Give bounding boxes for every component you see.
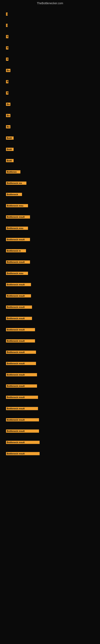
bar-label: Bottleneck re [6,249,26,252]
bar-row: B [4,42,96,53]
bar-row: Bottleneck result [4,357,96,368]
bar-label: Bottleneck result [6,441,40,444]
bar-row: Bo [4,64,96,75]
bar-label: Bo [6,125,10,128]
bar-label: | [6,24,8,27]
bar-label: Bottl [6,148,14,151]
bar-row: Bottleneck res [4,177,96,188]
bar-row: Bottleneck resu [4,199,96,210]
bar-row: Bottleneck re [4,244,96,256]
bar-label: Bottleneck result [6,362,36,365]
site-title: TheBottlenecker.com [0,0,100,6]
bar-row: Bottleneck result [4,323,96,334]
bar-row: Bottleneck result [4,346,96,357]
chart-area: ||EBEBoBBBoBoBoBottlBottlBottlBottlenecB… [0,6,100,460]
bar-label: B [6,46,8,50]
bar-row: Bottleneck result [4,391,96,402]
bar-row: Bottleneck result [4,402,96,413]
bar-row: | [4,8,96,19]
bar-label: Bottl [6,136,14,140]
bar-label: B [6,91,8,94]
bar-label: E [6,35,8,38]
bar-row: | [4,19,96,30]
bar-label: Bottleneck result [6,396,38,399]
bar-row: Bottleneck result [4,368,96,380]
bar-row: Bottl [4,132,96,143]
bar-label: E [6,58,8,61]
bar-label: Bottleneck resu [6,226,28,230]
bar-label: Bottleneck [6,193,22,196]
bar-row: Bottleneck result [4,290,96,301]
bar-row: Bottleneck result [4,233,96,244]
bar-row: Bottlenec [4,166,96,177]
bar-row: E [4,53,96,64]
bar-label: Bottleneck result [6,407,38,410]
bar-row: Bottleneck resu [4,267,96,278]
bar-label: Bottleneck result [6,452,40,455]
bar-row: Bottleneck result [4,447,96,458]
bar-label: Bo [6,103,10,106]
bar-label: Bottleneck result [6,384,37,388]
bar-row: Bottl [4,143,96,154]
bar-label: Bottleneck result [6,339,35,342]
bar-row: E [4,30,96,42]
bar-row: Bottleneck result [4,436,96,447]
bar-row: Bottl [4,154,96,166]
bar-row: Bo [4,109,96,120]
bar-row: Bottleneck result [4,301,96,312]
bar-label: Bottleneck resu [6,272,28,275]
bar-label: Bottleneck result [6,430,39,433]
bar-label: Bottleneck result [6,350,36,354]
bar-label: Bo [6,69,10,72]
bar-row: Bottleneck result [4,334,96,346]
bar-row: Bottleneck result [4,278,96,290]
bar-label: Bottleneck result [6,238,30,241]
bar-row: Bo [4,98,96,109]
bar-label: Bo [6,114,10,117]
bar-label: Bottleneck result [6,328,35,331]
site-title-container: TheBottlenecker.com [0,0,100,6]
bar-label: Bottleneck result [6,418,39,422]
bar-label: Bottleneck result [6,306,32,309]
bar-label: Bottleneck result [6,215,30,218]
bar-row: Bottleneck result [4,425,96,436]
bar-row: B [4,86,96,98]
bar-label: Bottleneck result [6,260,30,264]
bar-label: Bottleneck result [6,317,32,320]
bar-row: Bottleneck result [4,256,96,267]
bar-row: Bottleneck result [4,380,96,391]
bar-label: | [6,12,8,16]
bar-row: Bottleneck [4,188,96,199]
bar-row: Bo [4,120,96,132]
bar-label: Bottleneck res [6,182,26,185]
bar-label: Bottl [6,159,14,162]
bar-row: B [4,75,96,86]
bar-label: Bottleneck result [6,294,31,298]
bar-label: Bottlenec [6,170,20,174]
bar-row: Bottleneck result [4,413,96,425]
bar-row: Bottleneck resu [4,222,96,233]
bar-label: Bottleneck resu [6,204,28,207]
bar-label: Bottleneck result [6,373,37,376]
bar-label: Bottleneck result [6,283,31,286]
bar-row: Bottleneck result [4,210,96,222]
bar-row: Bottleneck result [4,312,96,323]
bar-label: B [6,80,8,83]
